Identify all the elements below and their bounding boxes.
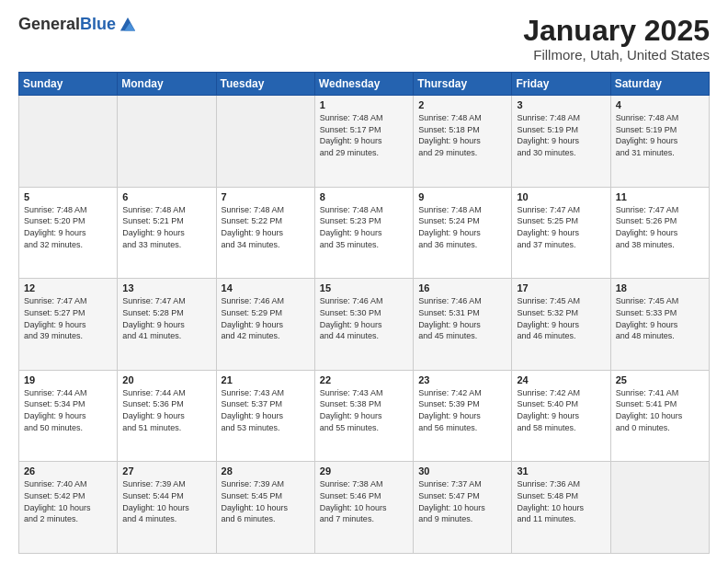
day-info: Sunrise: 7:45 AM Sunset: 5:32 PM Dayligh… [517, 295, 605, 341]
day-info: Sunrise: 7:48 AM Sunset: 5:18 PM Dayligh… [418, 112, 506, 158]
day-info: Sunrise: 7:47 AM Sunset: 5:25 PM Dayligh… [517, 204, 605, 250]
day-number: 21 [222, 374, 310, 385]
logo-general: GeneralBlue [18, 16, 116, 34]
day-info: Sunrise: 7:42 AM Sunset: 5:39 PM Dayligh… [418, 387, 506, 433]
calendar-cell: 29Sunrise: 7:38 AM Sunset: 5:46 PM Dayli… [314, 462, 413, 554]
day-info: Sunrise: 7:48 AM Sunset: 5:19 PM Dayligh… [517, 112, 605, 158]
header: GeneralBlue January 2025 Fillmore, Utah,… [18, 15, 710, 63]
page-subtitle: Fillmore, Utah, United States [523, 47, 710, 63]
day-number: 10 [517, 191, 605, 202]
day-number: 13 [122, 282, 210, 293]
calendar-week-1: 1Sunrise: 7:48 AM Sunset: 5:17 PM Daylig… [19, 96, 710, 188]
calendar-cell [216, 96, 314, 188]
col-friday: Friday [512, 73, 610, 96]
day-number: 6 [122, 191, 210, 202]
calendar-cell: 23Sunrise: 7:42 AM Sunset: 5:39 PM Dayli… [414, 370, 512, 462]
day-info: Sunrise: 7:45 AM Sunset: 5:33 PM Dayligh… [616, 295, 704, 341]
day-info: Sunrise: 7:48 AM Sunset: 5:20 PM Dayligh… [24, 204, 112, 250]
calendar-cell: 7Sunrise: 7:48 AM Sunset: 5:22 PM Daylig… [216, 187, 314, 279]
calendar-cell: 1Sunrise: 7:48 AM Sunset: 5:17 PM Daylig… [314, 96, 413, 188]
day-info: Sunrise: 7:37 AM Sunset: 5:47 PM Dayligh… [418, 478, 506, 524]
calendar-cell: 25Sunrise: 7:41 AM Sunset: 5:41 PM Dayli… [610, 370, 709, 462]
calendar-cell: 20Sunrise: 7:44 AM Sunset: 5:36 PM Dayli… [118, 370, 216, 462]
calendar-cell: 24Sunrise: 7:42 AM Sunset: 5:40 PM Dayli… [512, 370, 610, 462]
day-number: 16 [418, 282, 506, 293]
logo: GeneralBlue [18, 15, 138, 35]
day-info: Sunrise: 7:48 AM Sunset: 5:21 PM Dayligh… [122, 204, 210, 250]
day-number: 2 [418, 99, 506, 110]
day-number: 5 [24, 191, 112, 202]
col-monday: Monday [118, 73, 216, 96]
day-info: Sunrise: 7:41 AM Sunset: 5:41 PM Dayligh… [616, 387, 704, 433]
day-number: 31 [517, 465, 605, 477]
day-number: 8 [320, 191, 408, 202]
calendar-cell: 5Sunrise: 7:48 AM Sunset: 5:20 PM Daylig… [19, 187, 118, 279]
calendar-cell: 27Sunrise: 7:39 AM Sunset: 5:44 PM Dayli… [118, 462, 216, 554]
day-number: 30 [418, 465, 506, 477]
col-sunday: Sunday [19, 73, 118, 96]
day-info: Sunrise: 7:36 AM Sunset: 5:48 PM Dayligh… [517, 478, 605, 524]
page-title: January 2025 [523, 15, 710, 47]
day-number: 28 [222, 465, 310, 477]
day-info: Sunrise: 7:43 AM Sunset: 5:37 PM Dayligh… [222, 387, 310, 433]
logo-icon [118, 15, 138, 35]
calendar-cell: 8Sunrise: 7:48 AM Sunset: 5:23 PM Daylig… [314, 187, 413, 279]
calendar-cell: 12Sunrise: 7:47 AM Sunset: 5:27 PM Dayli… [19, 279, 118, 371]
day-number: 23 [418, 374, 506, 385]
calendar-cell: 30Sunrise: 7:37 AM Sunset: 5:47 PM Dayli… [414, 462, 512, 554]
calendar-cell: 11Sunrise: 7:47 AM Sunset: 5:26 PM Dayli… [610, 187, 709, 279]
day-number: 14 [222, 282, 310, 293]
calendar-cell: 17Sunrise: 7:45 AM Sunset: 5:32 PM Dayli… [512, 279, 610, 371]
day-info: Sunrise: 7:46 AM Sunset: 5:31 PM Dayligh… [418, 295, 506, 341]
calendar-cell [610, 462, 709, 554]
day-number: 25 [616, 374, 704, 385]
calendar-cell: 13Sunrise: 7:47 AM Sunset: 5:28 PM Dayli… [118, 279, 216, 371]
day-info: Sunrise: 7:48 AM Sunset: 5:24 PM Dayligh… [418, 204, 506, 250]
day-info: Sunrise: 7:47 AM Sunset: 5:27 PM Dayligh… [24, 295, 112, 341]
calendar-cell: 6Sunrise: 7:48 AM Sunset: 5:21 PM Daylig… [118, 187, 216, 279]
calendar-week-3: 12Sunrise: 7:47 AM Sunset: 5:27 PM Dayli… [19, 279, 710, 371]
day-info: Sunrise: 7:48 AM Sunset: 5:22 PM Dayligh… [222, 204, 310, 250]
calendar-cell [19, 96, 118, 188]
page: GeneralBlue January 2025 Fillmore, Utah,… [0, 0, 728, 563]
day-info: Sunrise: 7:40 AM Sunset: 5:42 PM Dayligh… [24, 478, 112, 524]
day-number: 20 [122, 374, 210, 385]
day-number: 29 [320, 465, 408, 477]
day-number: 22 [320, 374, 408, 385]
day-number: 17 [517, 282, 605, 293]
day-info: Sunrise: 7:48 AM Sunset: 5:17 PM Dayligh… [320, 112, 408, 158]
calendar-week-2: 5Sunrise: 7:48 AM Sunset: 5:20 PM Daylig… [19, 187, 710, 279]
day-info: Sunrise: 7:39 AM Sunset: 5:44 PM Dayligh… [122, 478, 210, 524]
day-number: 18 [616, 282, 704, 293]
day-number: 15 [320, 282, 408, 293]
calendar-cell: 22Sunrise: 7:43 AM Sunset: 5:38 PM Dayli… [314, 370, 413, 462]
calendar-cell: 9Sunrise: 7:48 AM Sunset: 5:24 PM Daylig… [414, 187, 512, 279]
calendar-cell: 21Sunrise: 7:43 AM Sunset: 5:37 PM Dayli… [216, 370, 314, 462]
calendar-body: 1Sunrise: 7:48 AM Sunset: 5:17 PM Daylig… [19, 96, 710, 554]
day-info: Sunrise: 7:46 AM Sunset: 5:30 PM Dayligh… [320, 295, 408, 341]
day-number: 7 [222, 191, 310, 202]
day-number: 19 [24, 374, 112, 385]
col-thursday: Thursday [414, 73, 512, 96]
col-tuesday: Tuesday [216, 73, 314, 96]
calendar-cell: 15Sunrise: 7:46 AM Sunset: 5:30 PM Dayli… [314, 279, 413, 371]
day-info: Sunrise: 7:47 AM Sunset: 5:26 PM Dayligh… [616, 204, 704, 250]
day-info: Sunrise: 7:43 AM Sunset: 5:38 PM Dayligh… [320, 387, 408, 433]
calendar-cell: 31Sunrise: 7:36 AM Sunset: 5:48 PM Dayli… [512, 462, 610, 554]
day-info: Sunrise: 7:47 AM Sunset: 5:28 PM Dayligh… [122, 295, 210, 341]
day-number: 1 [320, 99, 408, 110]
calendar-week-4: 19Sunrise: 7:44 AM Sunset: 5:34 PM Dayli… [19, 370, 710, 462]
calendar-cell: 16Sunrise: 7:46 AM Sunset: 5:31 PM Dayli… [414, 279, 512, 371]
calendar-header-row: Sunday Monday Tuesday Wednesday Thursday… [19, 73, 710, 96]
day-info: Sunrise: 7:48 AM Sunset: 5:23 PM Dayligh… [320, 204, 408, 250]
calendar-cell: 10Sunrise: 7:47 AM Sunset: 5:25 PM Dayli… [512, 187, 610, 279]
calendar-cell [118, 96, 216, 188]
day-number: 24 [517, 374, 605, 385]
day-number: 26 [24, 465, 112, 477]
day-info: Sunrise: 7:44 AM Sunset: 5:34 PM Dayligh… [24, 387, 112, 433]
day-number: 3 [517, 99, 605, 110]
calendar-cell: 14Sunrise: 7:46 AM Sunset: 5:29 PM Dayli… [216, 279, 314, 371]
calendar-cell: 28Sunrise: 7:39 AM Sunset: 5:45 PM Dayli… [216, 462, 314, 554]
day-number: 12 [24, 282, 112, 293]
calendar-cell: 2Sunrise: 7:48 AM Sunset: 5:18 PM Daylig… [414, 96, 512, 188]
